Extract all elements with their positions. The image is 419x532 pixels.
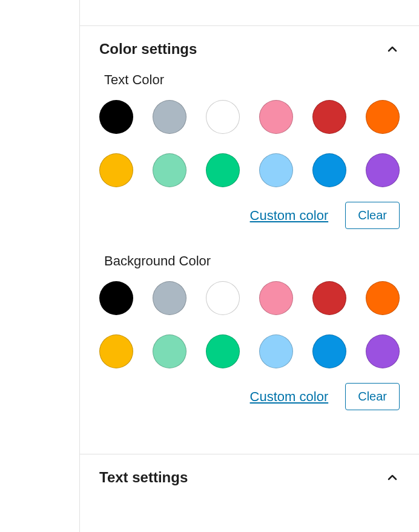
swatch-white[interactable] <box>206 100 240 134</box>
text-settings-panel: Text settings <box>80 454 419 500</box>
background-color-swatches <box>99 281 400 368</box>
text-color-custom-link[interactable]: Custom color <box>250 208 329 224</box>
background-color-section: Background Color Custom color Clear <box>99 253 400 410</box>
color-settings-panel: Color settings Text Color Custom color C… <box>80 25 419 454</box>
text-color-section: Text Color Custom color Clear <box>99 72 400 229</box>
background-color-custom-link[interactable]: Custom color <box>250 389 329 405</box>
text-settings-toggle[interactable]: Text settings <box>80 454 419 500</box>
swatch-orange[interactable] <box>366 281 400 315</box>
chevron-up-icon <box>385 470 400 485</box>
background-color-actions: Custom color Clear <box>99 383 400 410</box>
swatch-light-green[interactable] <box>153 153 186 187</box>
swatch-yellow[interactable] <box>99 334 133 368</box>
swatch-pink[interactable] <box>259 281 293 315</box>
chevron-up-icon <box>385 42 400 56</box>
background-color-label: Background Color <box>104 253 400 269</box>
swatch-red[interactable] <box>312 100 346 134</box>
swatch-yellow[interactable] <box>99 153 133 187</box>
swatch-light-blue[interactable] <box>259 153 293 187</box>
text-color-actions: Custom color Clear <box>99 202 400 229</box>
swatch-gray[interactable] <box>153 281 186 315</box>
panel-spacer <box>80 0 419 25</box>
swatch-purple[interactable] <box>366 153 400 187</box>
swatch-pink[interactable] <box>259 100 293 134</box>
swatch-light-blue[interactable] <box>259 334 293 368</box>
swatch-orange[interactable] <box>366 100 400 134</box>
color-settings-body: Text Color Custom color Clear Background… <box>80 72 419 454</box>
background-color-clear-button[interactable]: Clear <box>345 383 400 410</box>
swatch-black[interactable] <box>99 100 133 134</box>
color-settings-title: Color settings <box>99 41 197 58</box>
swatch-blue[interactable] <box>312 334 346 368</box>
text-color-clear-button[interactable]: Clear <box>345 202 400 229</box>
swatch-blue[interactable] <box>312 153 346 187</box>
swatch-white[interactable] <box>206 281 240 315</box>
settings-sidebar: Color settings Text Color Custom color C… <box>79 0 419 532</box>
color-settings-toggle[interactable]: Color settings <box>80 26 419 72</box>
swatch-black[interactable] <box>99 281 133 315</box>
swatch-red[interactable] <box>312 281 346 315</box>
swatch-light-green[interactable] <box>153 334 186 368</box>
swatch-green[interactable] <box>206 334 240 368</box>
text-settings-title: Text settings <box>99 469 188 486</box>
text-color-swatches <box>99 100 400 187</box>
swatch-gray[interactable] <box>153 100 186 134</box>
swatch-green[interactable] <box>206 153 240 187</box>
text-color-label: Text Color <box>104 72 400 88</box>
swatch-purple[interactable] <box>366 334 400 368</box>
